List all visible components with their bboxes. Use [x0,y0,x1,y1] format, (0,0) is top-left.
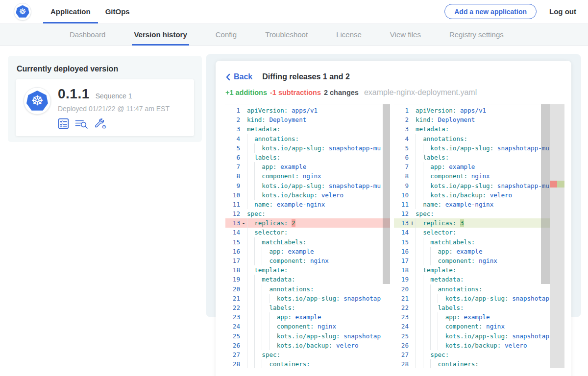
subnav-tab-license[interactable]: License [336,24,362,45]
line-number: 20 [225,284,240,294]
code-text: name: example-nginx [416,200,550,209]
code-text: kots.io/backup: velero [416,190,550,200]
line-number: 13 [225,218,240,228]
back-button[interactable]: Back [225,72,252,81]
topnav-tab-gitops[interactable]: GitOps [98,0,137,23]
code-text: replicas: 2 [247,218,390,228]
code-text: kots.io/app-slug: snapshotapp-mu [247,143,390,153]
code-text: spec: [416,350,550,359]
diff-line: 15matchLabels: [225,237,390,247]
code-text: metadata: [247,124,390,134]
diff-sign [409,265,416,275]
diff-sign [240,284,247,294]
diff-sign [240,350,247,359]
line-number: 6 [394,153,409,162]
line-number: 1 [394,106,409,115]
diff-line: 20annotations: [394,284,550,294]
diff-sign [240,181,247,190]
diff-line: 28containers: [225,359,390,368]
line-number: 5 [225,143,240,153]
subnav-tab-config[interactable]: Config [216,24,237,45]
diff-sign [409,284,416,294]
code-text: kind: Deployment [416,115,550,124]
subnav-tab-dashboard[interactable]: Dashboard [70,24,105,45]
code-text: apiVersion: apps/v1 [247,106,390,115]
diff-sign [240,106,247,115]
code-text: kots.io/backup: velero [247,341,390,350]
line-number: 22 [225,303,240,312]
diff-sign [409,134,416,143]
config-wrench-gear-icon[interactable]: ⚙ [94,118,106,129]
topnav-tab-application[interactable]: Application [43,0,98,23]
code-text: kots.io/app-slug: snapshotapp-mu [247,181,390,190]
line-number: 27 [225,350,240,359]
line-number: 15 [394,237,409,247]
line-number: 28 [225,359,240,368]
diff-sign [409,171,416,181]
diff-line: 23app: example [394,312,550,322]
logout-button[interactable]: Log out [549,7,576,16]
diff-line: 7app: example [225,162,390,171]
diff-sign [409,275,416,284]
code-text: component: nginx [247,171,390,181]
diff-stats: +1 additions -1 subtractions 2 changes e… [225,88,564,98]
line-number: 11 [394,200,409,209]
subnav-tab-registry-settings[interactable]: Registry settings [449,24,504,45]
app-logo[interactable]: ☸ [14,3,31,21]
scrollbar-thumb[interactable] [541,104,550,284]
line-number: 4 [394,134,409,143]
code-text: replicas: 3 [416,218,550,228]
diff-editors: 1apiVersion: apps/v12kind: Deployment3me… [225,104,564,368]
code-text: template: [416,265,550,275]
add-application-button[interactable]: Add a new application [444,4,537,19]
diff-line: 6labels: [394,153,550,162]
line-number: 20 [394,284,409,294]
diff-line: 23app: example [225,312,390,322]
code-text: name: example-nginx [247,200,390,209]
deployed-version-panel: ☸ 0.1.1 Sequence 1 Deployed 01/21/22 @ 1… [16,79,194,136]
code-text: annotations: [247,284,390,294]
scrollbar-thumb[interactable] [383,104,390,284]
diff-sign [409,190,416,200]
kots-admin-console: ☸ ApplicationGitOps Add a new applicatio… [0,0,588,376]
code-text: containers: [416,359,550,368]
diff-sign [240,190,247,200]
diff-line: 25kots.io/app-slug: snapshotap [394,331,550,341]
diff-line: 28containers: [394,359,550,368]
diff-line: 11name: example-nginx [394,200,550,209]
diff-line: 24component: nginx [394,322,550,331]
diff-title: Diffing releases 1 and 2 [262,72,350,81]
diff-line: 8component: nginx [225,171,390,181]
diff-sign: - [240,218,247,228]
diff-sign [240,275,247,284]
editor-lines: 1apiVersion: apps/v12kind: Deployment3me… [394,104,550,368]
diff-sign [409,162,416,171]
editor-lines: 1apiVersion: apps/v12kind: Deployment3me… [225,104,390,368]
line-number: 21 [225,294,240,303]
code-text: app: example [247,162,390,171]
diff-sign [240,237,247,247]
subnav-tab-troubleshoot[interactable]: Troubleshoot [265,24,308,45]
diff-sign [409,143,416,153]
diff-line: 13+replicas: 3 [394,218,550,228]
diff-sign [240,228,247,237]
line-number: 12 [394,209,409,218]
subnav-tab-view-files[interactable]: View files [390,24,421,45]
subnav-tab-version-history[interactable]: Version history [134,24,187,45]
diff-line: 1apiVersion: apps/v1 [394,106,550,115]
diff-editor-original: 1apiVersion: apps/v12kind: Deployment3me… [225,104,390,368]
line-number: 18 [225,265,240,275]
diff-sign [240,124,247,134]
diff-sign [240,256,247,265]
diff-sign [409,181,416,190]
deployed-timestamp: Deployed 01/21/22 @ 11:47 am EST [58,105,170,113]
line-number: 21 [394,294,409,303]
deploy-logs-icon[interactable] [75,118,88,129]
line-number: 24 [225,322,240,331]
code-text: annotations: [416,284,550,294]
preflight-checklist-icon[interactable] [58,118,69,129]
line-number: 7 [225,162,240,171]
diff-line: 27spec: [225,350,390,359]
diff-editor-modified: 1apiVersion: apps/v12kind: Deployment3me… [394,104,564,368]
line-number: 26 [394,341,409,350]
